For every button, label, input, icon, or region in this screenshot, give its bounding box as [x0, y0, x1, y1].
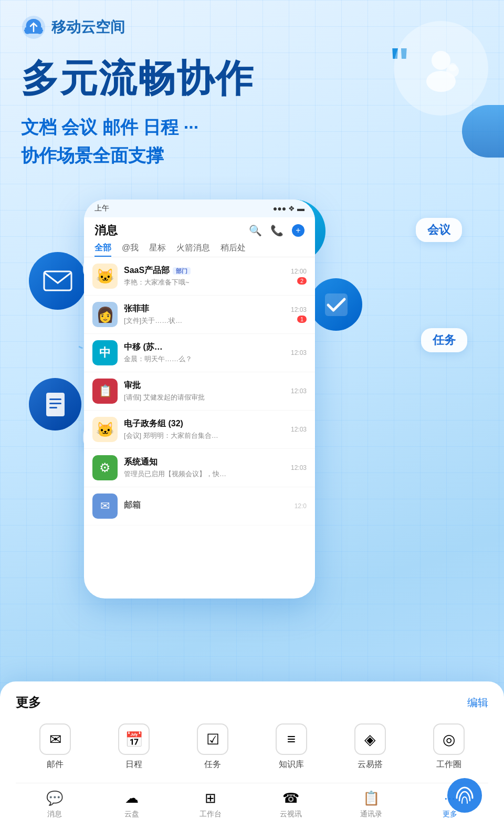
- chat-content: 系统通知 管理员已启用【视频会议】，快…: [124, 457, 285, 479]
- chat-avatar: 👩: [92, 302, 118, 327]
- chat-avatar: ✉: [92, 494, 118, 519]
- hero-subtitle-line2: 协作场景全面支撑: [21, 144, 198, 168]
- chat-item[interactable]: 👩 张菲菲 [文件]关于……状… 12:03 1: [84, 296, 315, 334]
- chat-preview: [会议] 郑明明：大家前台集合…: [124, 431, 285, 440]
- chat-time: 12:03: [291, 464, 307, 471]
- chat-avatar: 🐱: [92, 417, 118, 442]
- contacts-nav-icon: 📋: [362, 789, 381, 807]
- phone-mockup: 上午 ●●● ❖ ▬ 消息 🔍 📞 + 全部 @我 星标 火箭消息 稍后处 🐱: [84, 200, 315, 598]
- video-nav-icon: ☎: [281, 789, 300, 807]
- hero-subtitle: 文档 会议 邮件 日程 ··· 协作场景全面支撑: [21, 116, 198, 168]
- workbench-nav-label: 工作台: [200, 810, 222, 819]
- chat-content: 邮箱: [124, 500, 288, 512]
- phone-status-bar: 上午 ●●● ❖ ▬: [84, 200, 315, 217]
- bottom-nav: 💬 消息 ☁ 云盘 ⊞ 工作台 ☎ 云视讯 📋 通讯录 ··· 更多: [16, 783, 488, 819]
- chat-preview: [请假] 艾健发起的请假审批: [124, 393, 285, 402]
- chat-meta: 12:0: [295, 502, 307, 510]
- hero-title: 多元流畅协作: [21, 58, 254, 99]
- chat-name: 中移 (苏…: [124, 342, 285, 353]
- chat-list: 🐱 SaaS产品部部门 李艳：大家准备下哦~ 12:00 2 👩 张菲菲 [文件…: [84, 257, 315, 526]
- nav-cloud[interactable]: ☁ 云盘: [122, 789, 141, 819]
- chat-avatar: 🐱: [92, 264, 118, 289]
- svg-rect-9: [46, 393, 65, 416]
- tab-all[interactable]: 全部: [94, 243, 111, 257]
- brand-watermark: [446, 777, 483, 814]
- icon-grid-row1: ✉ 邮件 📅 日程 ☑ 任务 ≡ 知识库 ◈ 云易搭 ◎ 工作圈: [16, 723, 488, 770]
- tab-rocket[interactable]: 火箭消息: [176, 243, 210, 257]
- mail-bubble[interactable]: [29, 252, 87, 310]
- more-title: 更多: [16, 694, 41, 711]
- mail-icon-label: 邮件: [47, 759, 64, 770]
- icon-task[interactable]: ☑ 任务: [186, 723, 239, 770]
- phone-action-icons[interactable]: 🔍 📞 +: [249, 224, 304, 237]
- nav-workbench[interactable]: ⊞ 工作台: [200, 789, 222, 819]
- chat-meta: 12:03: [291, 349, 307, 356]
- svg-rect-11: [49, 403, 61, 404]
- nav-contacts[interactable]: 📋 通讯录: [360, 789, 382, 819]
- chat-item[interactable]: 中 中移 (苏… 金晨：明天午……么？ 12:03: [84, 334, 315, 372]
- chat-item[interactable]: 🐱 SaaS产品部部门 李艳：大家准备下哦~ 12:00 2: [84, 257, 315, 296]
- status-time: 上午: [94, 204, 109, 213]
- cloud-nav-icon: ☁: [122, 789, 141, 807]
- chat-item[interactable]: ✉ 邮箱 12:0: [84, 487, 315, 526]
- phone-nav: 消息 🔍 📞 + 全部 @我 星标 火箭消息 稍后处: [84, 217, 315, 257]
- tab-later[interactable]: 稍后处: [220, 243, 246, 257]
- cloud-nav-label: 云盘: [124, 810, 139, 819]
- add-icon[interactable]: +: [292, 224, 304, 237]
- chat-meta: 12:03: [291, 464, 307, 471]
- chat-content: 审批 [请假] 艾健发起的请假审批: [124, 380, 285, 402]
- chat-time: 12:03: [291, 349, 307, 356]
- task-check-icon: [322, 290, 351, 319]
- icon-schedule[interactable]: 📅 日程: [108, 723, 160, 770]
- chat-content: 电子政务组 (32) [会议] 郑明明：大家前台集合…: [124, 418, 285, 440]
- chat-preview: 金晨：明天午……么？: [124, 354, 285, 364]
- app-logo-icon: [21, 15, 46, 40]
- nav-message[interactable]: 💬 消息: [45, 789, 64, 819]
- hero-subtitle-line1: 文档 会议 邮件 日程 ···: [21, 116, 198, 140]
- hero-avatar-bubble: [394, 21, 488, 116]
- chat-badge: 1: [297, 316, 307, 323]
- task-icon-circle: ☑: [197, 723, 228, 755]
- schedule-icon-label: 日程: [125, 759, 142, 770]
- tab-starred[interactable]: 星标: [149, 243, 166, 257]
- icon-mail[interactable]: ✉ 邮件: [29, 723, 81, 770]
- chat-name: 张菲菲: [124, 303, 285, 314]
- chat-item[interactable]: 📋 审批 [请假] 艾健发起的请假审批 12:03: [84, 372, 315, 411]
- chat-item[interactable]: 🐱 电子政务组 (32) [会议] 郑明明：大家前台集合… 12:03: [84, 411, 315, 449]
- doc-bubble[interactable]: [29, 378, 81, 430]
- call-icon[interactable]: 📞: [270, 224, 284, 237]
- brand-name: 移动云空间: [51, 17, 125, 37]
- workbench-nav-icon: ⊞: [201, 789, 220, 807]
- chat-item[interactable]: ⚙ 系统通知 管理员已启用【视频会议】，快… 12:03: [84, 449, 315, 487]
- task-bubble[interactable]: [310, 278, 362, 331]
- svg-rect-12: [49, 407, 57, 408]
- chat-name: 邮箱: [124, 500, 288, 511]
- chat-name: 电子政务组 (32): [124, 418, 285, 429]
- chat-meta: 12:03: [291, 426, 307, 433]
- chat-preview: [文件]关于……状…: [124, 316, 285, 326]
- task-icon-label: 任务: [204, 759, 221, 770]
- message-nav-label: 消息: [47, 810, 62, 819]
- svg-rect-10: [49, 398, 61, 400]
- yiyida-icon-circle: ◈: [354, 723, 386, 755]
- document-icon: [41, 390, 70, 419]
- chat-preview: 管理员已启用【视频会议】，快…: [124, 469, 285, 479]
- icon-workzone[interactable]: ◎ 工作圈: [423, 723, 475, 770]
- mail-icon-circle: ✉: [39, 723, 71, 755]
- tab-at-me[interactable]: @我: [122, 243, 139, 257]
- video-nav-label: 云视讯: [280, 810, 302, 819]
- search-icon[interactable]: 🔍: [249, 224, 262, 237]
- phone-tabs[interactable]: 全部 @我 星标 火箭消息 稍后处: [94, 243, 304, 257]
- edit-button[interactable]: 编辑: [467, 696, 488, 710]
- knowledge-icon-circle: ≡: [276, 723, 307, 755]
- yiyida-icon-label: 云易搭: [358, 759, 383, 770]
- chat-content: 张菲菲 [文件]关于……状…: [124, 303, 285, 326]
- nav-video[interactable]: ☎ 云视讯: [280, 789, 302, 819]
- chat-time: 12:03: [291, 387, 307, 395]
- icon-knowledge[interactable]: ≡ 知识库: [265, 723, 318, 770]
- chat-meta: 12:03: [291, 387, 307, 395]
- icon-yiyida[interactable]: ◈ 云易搭: [344, 723, 396, 770]
- chat-time: 12:03: [291, 426, 307, 433]
- brand-watermark-icon: [446, 777, 483, 814]
- chat-badge: 2: [297, 277, 307, 285]
